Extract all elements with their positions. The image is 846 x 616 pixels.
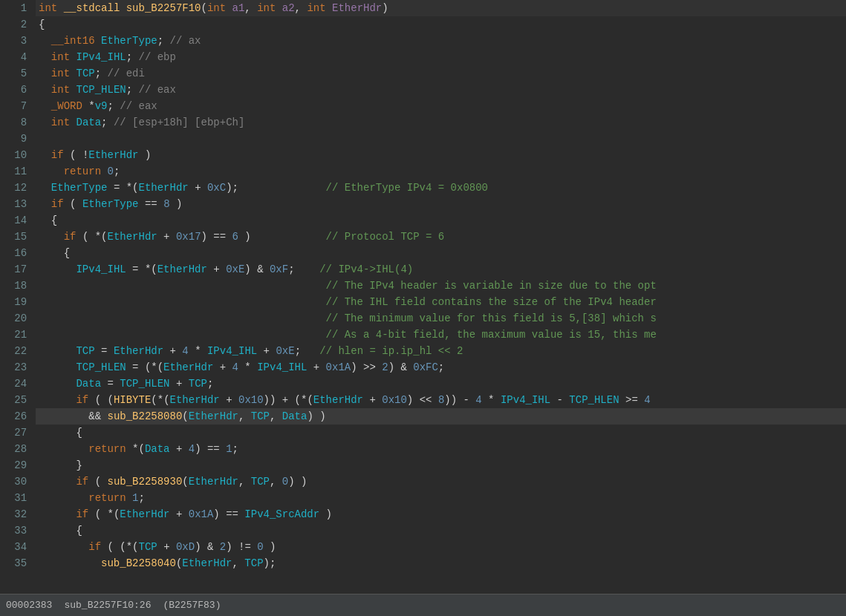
line-number: 3 xyxy=(0,33,36,49)
table-row: 20 // The minimum value for this field i… xyxy=(0,310,846,327)
table-row: 8 int Data; // [esp+18h] [ebp+Ch] xyxy=(0,114,846,131)
code-content: if ( (HIBYTE(*(EtherHdr + 0x10)) + (*(Et… xyxy=(36,392,846,408)
line-number: 2 xyxy=(0,16,36,33)
code-content: // The IHL field contains the size of th… xyxy=(36,294,846,310)
table-row: 16 { xyxy=(0,245,846,261)
line-number: 7 xyxy=(0,98,36,114)
line-number: 14 xyxy=(0,212,36,229)
code-content: EtherType = *(EtherHdr + 0xC); // EtherT… xyxy=(36,180,846,196)
status-address: 00002383 xyxy=(6,600,52,611)
table-row: 12 EtherType = *(EtherHdr + 0xC); // Eth… xyxy=(0,180,846,196)
line-number: 5 xyxy=(0,65,36,82)
status-function: sub_B2257F10:26 xyxy=(64,600,151,611)
code-content: _WORD *v9; // eax xyxy=(36,98,846,114)
code-content: int TCP_HLEN; // eax xyxy=(36,82,846,98)
table-row: 29 } xyxy=(0,457,846,474)
code-content: return 1; xyxy=(36,490,846,506)
table-row: 33 { xyxy=(0,522,846,539)
code-content: { xyxy=(36,16,846,33)
table-row: 2 { xyxy=(0,16,846,33)
code-content: { xyxy=(36,212,846,229)
table-row: 19 // The IHL field contains the size of… xyxy=(0,294,846,310)
line-number: 30 xyxy=(0,474,36,490)
code-content: if ( *(EtherHdr + 0x1A) == IPv4_SrcAddr … xyxy=(36,506,846,522)
table-row: 21 // As a 4-bit field, the maximum valu… xyxy=(0,327,846,343)
code-content: // As a 4-bit field, the maximum value i… xyxy=(36,327,846,343)
code-content: int Data; // [esp+18h] [ebp+Ch] xyxy=(36,114,846,131)
code-content: if ( (*(TCP + 0xD) & 2) != 0 ) xyxy=(36,539,846,555)
line-number: 24 xyxy=(0,376,36,392)
table-row: 1 int __stdcall sub_B2257F10(int a1, int… xyxy=(0,0,846,16)
table-row: 28 return *(Data + 4) == 1; xyxy=(0,441,846,457)
line-number: 4 xyxy=(0,49,36,65)
table-row: 6 int TCP_HLEN; // eax xyxy=(0,82,846,98)
line-number: 15 xyxy=(0,229,36,245)
table-row: 24 Data = TCP_HLEN + TCP; xyxy=(0,376,846,392)
table-row: 3 __int16 EtherType; // ax xyxy=(0,33,846,49)
code-content: { xyxy=(36,245,846,261)
code-content: TCP_HLEN = (*(EtherHdr + 4 * IPv4_IHL + … xyxy=(36,359,846,376)
line-number: 28 xyxy=(0,441,36,457)
line-number: 13 xyxy=(0,196,36,212)
line-number: 8 xyxy=(0,114,36,131)
table-row: 10 if ( !EtherHdr ) xyxy=(0,147,846,163)
line-number: 23 xyxy=(0,359,36,376)
code-content: int __stdcall sub_B2257F10(int a1, int a… xyxy=(36,0,846,16)
line-number: 19 xyxy=(0,294,36,310)
code-content xyxy=(36,131,846,147)
table-row: 27 { xyxy=(0,425,846,441)
table-row: 17 IPv4_IHL = *(EtherHdr + 0xE) & 0xF; /… xyxy=(0,261,846,278)
code-content: __int16 EtherType; // ax xyxy=(36,33,846,49)
status-bar: 00002383 sub_B2257F10:26 (B2257F83) xyxy=(0,594,846,616)
table-row: 32 if ( *(EtherHdr + 0x1A) == IPv4_SrcAd… xyxy=(0,506,846,522)
code-content: // The IPv4 header is variable in size d… xyxy=(36,278,846,294)
table-row: 11 return 0; xyxy=(0,163,846,180)
table-row: 34 if ( (*(TCP + 0xD) & 2) != 0 ) xyxy=(0,539,846,555)
code-content: if ( EtherType == 8 ) xyxy=(36,196,846,212)
table-row: 30 if ( sub_B2258930(EtherHdr, TCP, 0) ) xyxy=(0,474,846,490)
line-number: 20 xyxy=(0,310,36,327)
table-row: 5 int TCP; // edi xyxy=(0,65,846,82)
line-number: 26 xyxy=(0,408,36,425)
table-row: 18 // The IPv4 header is variable in siz… xyxy=(0,278,846,294)
table-row: 25 if ( (HIBYTE(*(EtherHdr + 0x10)) + (*… xyxy=(0,392,846,408)
code-content: // The minimum value for this field is 5… xyxy=(36,310,846,327)
table-row: 14 { xyxy=(0,212,846,229)
table-row: 7 _WORD *v9; // eax xyxy=(0,98,846,114)
line-number: 1 xyxy=(0,0,36,16)
table-row: 23 TCP_HLEN = (*(EtherHdr + 4 * IPv4_IHL… xyxy=(0,359,846,376)
code-content: { xyxy=(36,425,846,441)
line-number: 12 xyxy=(0,180,36,196)
code-content: sub_B2258040(EtherHdr, TCP); xyxy=(36,555,846,571)
line-number: 32 xyxy=(0,506,36,522)
code-content: int TCP; // edi xyxy=(36,65,846,82)
line-number: 21 xyxy=(0,327,36,343)
code-content: if ( *(EtherHdr + 0x17) == 6 ) // Protoc… xyxy=(36,229,846,245)
code-content: && sub_B2258080(EtherHdr, TCP, Data) ) xyxy=(36,408,846,425)
code-content: return 0; xyxy=(36,163,846,180)
line-number: 17 xyxy=(0,261,36,278)
code-editor[interactable]: 1 int __stdcall sub_B2257F10(int a1, int… xyxy=(0,0,846,594)
table-row: 13 if ( EtherType == 8 ) xyxy=(0,196,846,212)
code-content: { xyxy=(36,522,846,539)
table-row: 35 sub_B2258040(EtherHdr, TCP); xyxy=(0,555,846,571)
line-number: 18 xyxy=(0,278,36,294)
line-number: 29 xyxy=(0,457,36,474)
line-number: 6 xyxy=(0,82,36,98)
table-row: 26 && sub_B2258080(EtherHdr, TCP, Data) … xyxy=(0,408,846,425)
code-content: if ( sub_B2258930(EtherHdr, TCP, 0) ) xyxy=(36,474,846,490)
code-content: return *(Data + 4) == 1; xyxy=(36,441,846,457)
line-number: 9 xyxy=(0,131,36,147)
table-row: 22 TCP = EtherHdr + 4 * IPv4_IHL + 0xE; … xyxy=(0,343,846,359)
code-content: TCP = EtherHdr + 4 * IPv4_IHL + 0xE; // … xyxy=(36,343,846,359)
code-content: int IPv4_IHL; // ebp xyxy=(36,49,846,65)
line-number: 33 xyxy=(0,522,36,539)
table-row: 31 return 1; xyxy=(0,490,846,506)
line-number: 31 xyxy=(0,490,36,506)
table-row: 9 xyxy=(0,131,846,147)
line-number: 34 xyxy=(0,539,36,555)
table-row: 15 if ( *(EtherHdr + 0x17) == 6 ) // Pro… xyxy=(0,229,846,245)
table-row: 4 int IPv4_IHL; // ebp xyxy=(0,49,846,65)
line-number: 11 xyxy=(0,163,36,180)
line-number: 35 xyxy=(0,555,36,571)
